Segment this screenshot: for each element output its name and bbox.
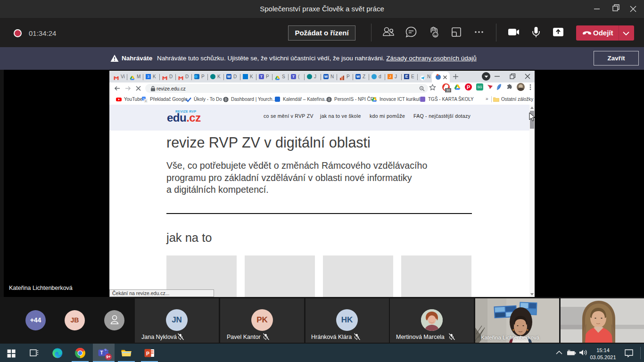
svg-text:T: T — [100, 350, 103, 355]
svg-text:文: 文 — [145, 99, 148, 102]
svg-text:P: P — [146, 351, 149, 356]
